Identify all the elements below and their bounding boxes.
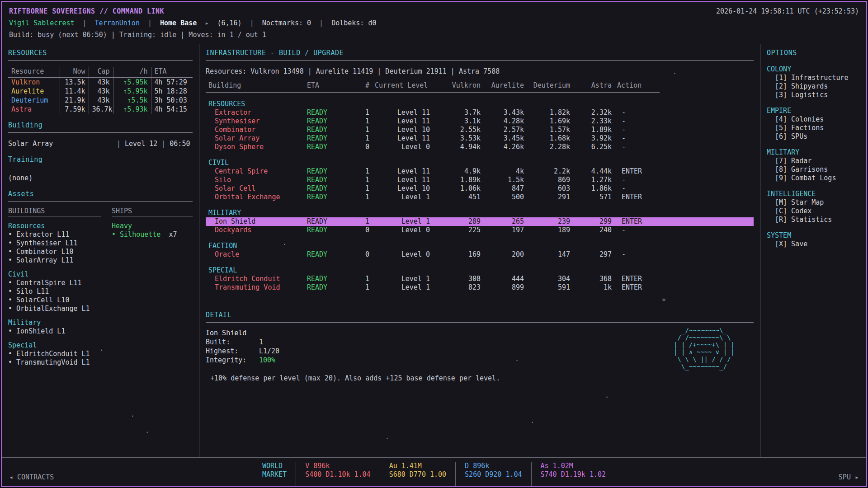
building-action[interactable]: - <box>614 226 660 235</box>
divider <box>8 201 193 202</box>
cost-vulkron: 1.89k <box>440 176 483 184</box>
option-entry[interactable]: [9] Combat Logs <box>767 174 860 183</box>
option-label: Radar <box>791 157 811 165</box>
building-name[interactable]: Transmuting Void <box>206 283 304 292</box>
building-row[interactable]: Silo READY 1 Level 11 1.89k 1.5k 869 1.2… <box>206 176 754 184</box>
building-row[interactable]: Solar Array READY 1 Level 11 3.53k 3.45k… <box>206 134 754 143</box>
row-filler <box>660 226 754 235</box>
building-action[interactable]: - <box>614 176 660 184</box>
option-label: Combat Logs <box>791 174 836 183</box>
building-action[interactable]: ENTER <box>614 283 660 292</box>
building-name[interactable]: RESOURCES <box>206 93 304 109</box>
option-entry[interactable]: [M] Star Map <box>767 198 860 207</box>
building-row[interactable]: Combinator READY 1 Level 10 2.55k 2.57k … <box>206 126 754 134</box>
cost-vulkron: 451 <box>440 193 483 202</box>
building-name[interactable]: Dyson Sphere <box>206 143 304 151</box>
building-name[interactable]: Central Spire <box>206 167 304 176</box>
building-name[interactable]: Orbital Exchange <box>206 193 304 202</box>
building-row[interactable]: Central Spire READY 1 Level 11 4.9k 4k 2… <box>206 167 754 176</box>
building-action[interactable]: - <box>614 184 660 193</box>
building-row[interactable]: MILITARY <box>206 202 754 217</box>
clock: 2026-01-24 19:58:11 UTC (+23:52:53) <box>716 5 859 17</box>
building-row[interactable]: Oracle READY 0 Level 0 169 200 147 297 - <box>206 250 754 259</box>
option-entry[interactable]: [4] Colonies <box>767 115 860 124</box>
building-row[interactable]: Eldritch Conduit READY 1 Level 1 308 444… <box>206 275 754 283</box>
option-entry[interactable]: [X] Save <box>767 240 860 249</box>
header: RIFTBORNE SOVEREIGNS // COMMAND LINK 202… <box>2 2 866 44</box>
building-row[interactable]: Orbital Exchange READY 1 Level 1 451 500… <box>206 193 754 202</box>
building-action[interactable]: ENTER <box>614 217 660 226</box>
building-count: 1 <box>355 193 372 202</box>
building-name[interactable]: FACTION <box>206 235 304 250</box>
option-entry[interactable]: [2] Shipyards <box>767 82 860 91</box>
building-name[interactable]: CIVIL <box>206 151 304 167</box>
building-action[interactable] <box>614 93 660 109</box>
building-row[interactable]: CIVIL <box>206 151 754 167</box>
building-eta <box>304 93 355 109</box>
option-entry[interactable]: [7] Radar <box>767 157 860 165</box>
building-row[interactable]: Solar Cell READY 1 Level 10 1.06k 847 60… <box>206 184 754 193</box>
building-name[interactable]: Dockyards <box>206 226 304 235</box>
spu-nav-button[interactable]: SPU ▸ <box>839 473 859 481</box>
building-row[interactable]: FACTION <box>206 235 754 250</box>
cost-deuterium: 1.68k <box>527 134 573 143</box>
building-action[interactable]: ENTER <box>614 167 660 176</box>
col-aurelite: Aurelite <box>483 81 527 93</box>
contracts-nav-button[interactable]: ◂ CONTRACTS <box>9 473 54 481</box>
building-action[interactable] <box>614 202 660 217</box>
cost-aurelite: 3.43k <box>483 108 527 117</box>
option-entry[interactable]: COLONY <box>767 65 860 74</box>
building-action[interactable] <box>614 151 660 167</box>
building-action[interactable]: - <box>614 250 660 259</box>
building-name[interactable]: Oracle <box>206 250 304 259</box>
resource-name: Vulkron <box>8 78 60 87</box>
option-entry[interactable]: EMPIRE <box>767 107 860 115</box>
cost-aurelite <box>483 202 527 217</box>
divider <box>8 167 193 167</box>
building-action[interactable]: - <box>614 126 660 134</box>
building-row[interactable]: Ion Shield READY 1 Level 1 289 265 239 2… <box>206 217 754 226</box>
building-action[interactable] <box>614 259 660 275</box>
option-entry[interactable]: [R] Statistics <box>767 216 860 224</box>
building-action[interactable]: ENTER <box>614 275 660 283</box>
building-row[interactable]: RESOURCES <box>206 93 754 109</box>
option-entry[interactable]: [3] Logistics <box>767 91 860 99</box>
building-row[interactable]: Synthesiser READY 1 Level 11 3.1k 4.28k … <box>206 117 754 126</box>
building-action[interactable] <box>614 235 660 250</box>
building-section: Building Solar Array | Level 12 | 06:50 <box>8 120 193 148</box>
option-entry[interactable]: MILITARY <box>767 148 860 157</box>
building-row[interactable]: Dockyards READY 0 Level 0 225 197 189 24… <box>206 226 754 235</box>
building-action[interactable]: - <box>614 117 660 126</box>
building-name[interactable]: Eldritch Conduit <box>206 275 304 283</box>
option-entry[interactable]: [C] Codex <box>767 207 860 216</box>
building-name[interactable]: Solar Array <box>206 134 304 143</box>
building-action[interactable]: - <box>614 143 660 151</box>
building-row[interactable]: Extractor READY 1 Level 11 3.7k 3.43k 1.… <box>206 108 754 117</box>
building-name[interactable]: Solar Cell <box>206 184 304 193</box>
building-name[interactable]: Combinator <box>206 126 304 134</box>
option-entry[interactable]: [1] Infrastructure <box>767 74 860 82</box>
building-row[interactable]: Dyson Sphere READY 0 Level 0 4.94k 4.26k… <box>206 143 754 151</box>
building-name[interactable]: Ion Shield <box>206 217 304 226</box>
building-row[interactable]: Transmuting Void READY 1 Level 1 823 899… <box>206 283 754 292</box>
cost-deuterium: 2.28k <box>527 143 573 151</box>
building-action[interactable]: ENTER <box>614 193 660 202</box>
building-name[interactable]: Silo <box>206 176 304 184</box>
building-row[interactable]: SPECIAL <box>206 259 754 275</box>
resources-table-header: Resource Now Cap /h ETA <box>8 67 193 78</box>
building-count: 1 <box>355 108 372 117</box>
option-entry[interactable]: [8] Garrisons <box>767 165 860 174</box>
option-entry[interactable]: SYSTEM <box>767 231 860 240</box>
detail-title: DETAIL <box>206 310 754 320</box>
option-entry[interactable]: [5] Factions <box>767 124 860 132</box>
option-entry[interactable]: INTELLIGENCE <box>767 190 860 198</box>
option-entry[interactable]: [6] SPUs <box>767 132 860 141</box>
market-entry-prices: S400 D1.10k 1.04 <box>305 470 371 479</box>
building-action[interactable]: - <box>614 134 660 143</box>
building-action[interactable]: - <box>614 108 660 117</box>
cost-aurelite: 847 <box>483 184 527 193</box>
building-name[interactable]: Extractor <box>206 108 304 117</box>
building-name[interactable]: Synthesiser <box>206 117 304 126</box>
building-name[interactable]: MILITARY <box>206 202 304 217</box>
building-name[interactable]: SPECIAL <box>206 259 304 275</box>
